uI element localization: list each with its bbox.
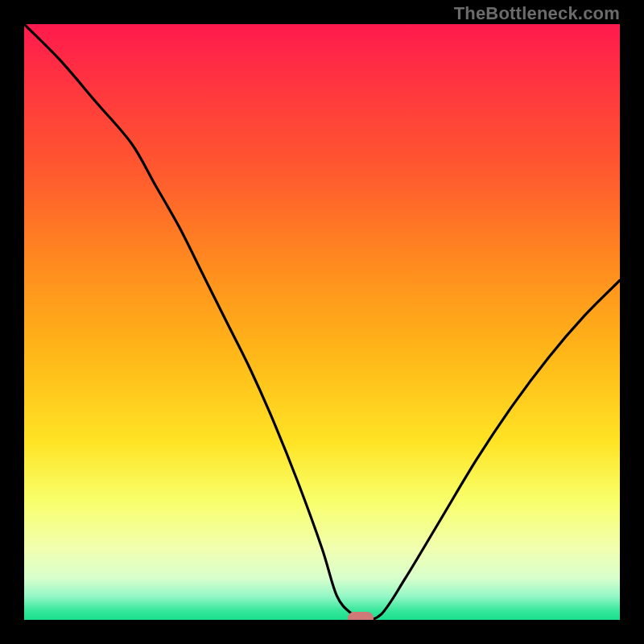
watermark-label: TheBottleneck.com (454, 3, 620, 24)
optimal-marker (348, 612, 374, 620)
background-gradient (24, 24, 620, 620)
chart-frame: TheBottleneck.com (0, 0, 644, 644)
chart-svg (24, 24, 620, 620)
plot-area (24, 24, 620, 620)
